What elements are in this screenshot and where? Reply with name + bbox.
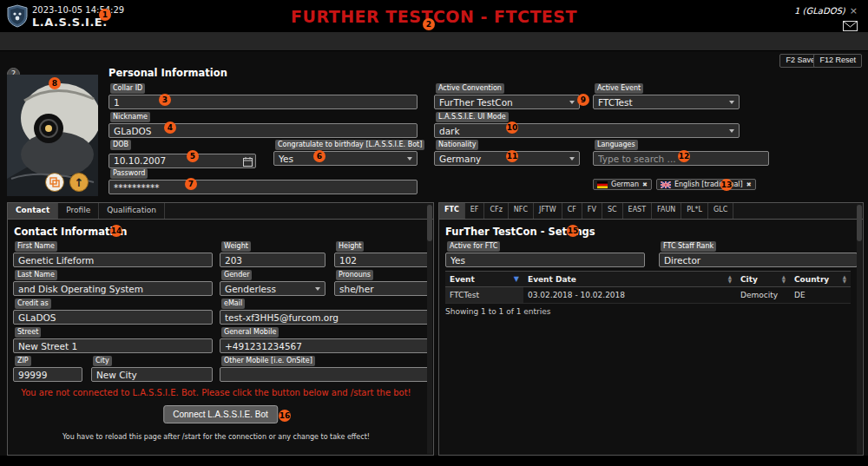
tab-ftc[interactable]: FTC [439, 203, 465, 219]
column-header-country[interactable]: Country ▲▼ [790, 272, 851, 286]
connect-bot-button[interactable]: Connect L.A.S.S.I.E. Bot [163, 405, 278, 423]
scrollbar-thumb[interactable] [427, 205, 432, 241]
column-header-event-date[interactable]: Event Date ▲▼ [523, 272, 736, 286]
collar-id-input[interactable] [108, 95, 418, 109]
scrollbar-thumb[interactable] [857, 205, 862, 241]
height-field: Height [334, 241, 430, 267]
zip-input[interactable] [13, 367, 82, 382]
tab-pll[interactable]: PL*L [681, 203, 708, 219]
logout-close-icon[interactable]: × [850, 5, 858, 16]
ui-mode-select[interactable]: dark [434, 123, 740, 138]
first-name-input[interactable] [13, 253, 213, 267]
city-input[interactable] [91, 367, 213, 382]
credit-as-input[interactable] [13, 310, 213, 325]
tab-glc[interactable]: GLC [708, 203, 733, 219]
active-event-select[interactable]: FTCTest [593, 95, 740, 109]
other-mobile-input[interactable] [220, 367, 430, 382]
annotation-badge-7: 7 [185, 178, 197, 190]
height-input[interactable] [334, 253, 430, 267]
column-header-city[interactable]: City ▲▼ [736, 272, 790, 286]
bot-warning-text: You are not connected to L.A.S.S.I.E. Bo… [8, 388, 424, 397]
zip-label: ZIP [15, 356, 31, 366]
gender-label: Gender [221, 270, 252, 280]
language-tag-label: German [611, 180, 639, 188]
general-mobile-input[interactable] [220, 338, 430, 353]
password-field: Password [108, 168, 418, 194]
event-date-cell: 03.02.2018 - 10.02.2018 [523, 287, 736, 303]
ftc-staff-rank-input[interactable] [659, 253, 858, 267]
annotation-badge-10: 10 [506, 121, 518, 134]
profile-picture: ↑ [7, 75, 98, 196]
active-for-ftc-field: Active for FTC [445, 241, 645, 267]
other-mobile-label: Other Mobile [i.e. OnSite] [221, 356, 315, 366]
tab-jftw[interactable]: JFTW [534, 203, 562, 219]
upload-image-button[interactable]: ↑ [69, 173, 89, 192]
active-convention-label: Active Convention [436, 83, 504, 94]
events-table-header: Event ▼ Event Date ▲▼ City ▲▼ Country ▲▼ [445, 271, 851, 287]
weight-input[interactable] [220, 253, 326, 267]
tab-nfc[interactable]: NFC [509, 203, 534, 219]
tab-faun[interactable]: FAUN [652, 203, 681, 219]
column-header-event[interactable]: Event ▼ [445, 272, 523, 286]
dob-input[interactable] [108, 154, 256, 168]
tab-profile[interactable]: Profile [58, 203, 99, 219]
first-name-field: First Name [13, 241, 213, 267]
reset-button[interactable]: F12 Reset [813, 54, 862, 68]
uk-flag-icon [661, 181, 671, 188]
credit-as-label: Credit as [15, 299, 51, 309]
languages-label: Languages [595, 140, 638, 150]
street-input[interactable] [13, 338, 213, 353]
table-row[interactable]: FTCTest 03.02.2018 - 10.02.2018 Democity… [445, 287, 851, 304]
credit-as-field: Credit as [13, 299, 213, 325]
annotation-badge-16: 16 [279, 410, 291, 422]
convention-panel: FTC EF CFz NFC JFTW CF FV SC EAST FAUN P… [438, 202, 864, 456]
password-input[interactable] [108, 180, 418, 194]
city-field: City [91, 356, 213, 382]
tab-cfz[interactable]: CFz [484, 203, 508, 219]
copy-image-button[interactable] [45, 173, 64, 192]
contact-tabbar: Contact Profile Qualification [8, 203, 433, 220]
street-field: Street [13, 327, 213, 353]
gender-select[interactable]: Genderless [220, 281, 326, 296]
annotation-badge-13: 13 [720, 179, 733, 191]
last-name-input[interactable] [13, 281, 213, 296]
tab-ef[interactable]: EF [465, 203, 485, 219]
remove-tag-icon[interactable]: ✖ [642, 181, 648, 188]
tab-east[interactable]: EAST [623, 203, 653, 219]
active-event-label: Active Event [595, 83, 643, 94]
ftc-staff-rank-label: FTC Staff Rank [661, 241, 716, 252]
nationality-value: Germany [439, 154, 481, 164]
contact-panel-scrollbar[interactable] [427, 204, 432, 454]
chevron-down-icon [407, 157, 412, 163]
weight-field: Weight [220, 241, 326, 267]
annotation-badge-15: 15 [567, 225, 579, 237]
tab-contact[interactable]: Contact [8, 203, 58, 219]
congratulate-label: Congratulate to birthday [L.A.S.S.I.E. B… [275, 140, 424, 150]
events-table: Event ▼ Event Date ▲▼ City ▲▼ Country ▲▼ [445, 271, 851, 304]
active-event-field: Active Event FTCTest [593, 83, 740, 109]
annotation-badge-11: 11 [506, 150, 518, 162]
annotation-badge-3: 3 [159, 94, 171, 106]
convention-tabbar: FTC EF CFz NFC JFTW CF FV SC EAST FAUN P… [439, 203, 863, 220]
active-for-ftc-input[interactable] [445, 253, 645, 267]
annotation-badge-1: 1 [99, 9, 111, 21]
pronouns-input[interactable] [334, 281, 430, 296]
reload-note-text: You have to reload this page after /star… [8, 433, 424, 441]
tab-sc[interactable]: SC [602, 203, 623, 219]
nickname-input[interactable] [108, 123, 418, 138]
footer-bar [0, 456, 868, 466]
tab-qualification[interactable]: Qualification [99, 203, 165, 219]
user-session: 1 (GLaDOS) × [794, 5, 858, 16]
tab-fv[interactable]: FV [582, 203, 602, 219]
convention-panel-scrollbar[interactable] [857, 204, 862, 454]
upload-arrow-icon: ↑ [75, 176, 84, 189]
active-convention-select[interactable]: FurTher TestCon [434, 95, 580, 109]
german-flag-icon [597, 181, 608, 188]
remove-tag-icon[interactable]: ✖ [746, 181, 752, 188]
annotation-badge-14: 14 [110, 225, 122, 237]
copy-icon [49, 177, 60, 187]
email-input[interactable] [220, 310, 430, 325]
tab-cf[interactable]: CF [562, 203, 582, 219]
annotation-badge-9: 9 [577, 94, 589, 106]
congratulate-select[interactable]: Yes [273, 151, 418, 166]
